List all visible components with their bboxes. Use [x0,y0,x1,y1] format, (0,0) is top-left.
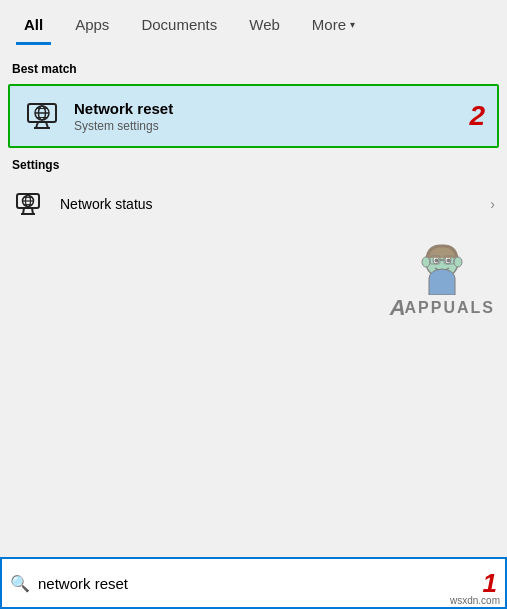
search-panel: All Apps Documents Web More ▾ Best match [0,0,507,609]
settings-label: Settings [0,152,507,176]
settings-item-title: Network status [60,196,490,212]
mascot-icon [417,240,467,295]
tab-all[interactable]: All [8,4,59,45]
best-match-item[interactable]: Network reset System settings 2 [8,84,499,148]
watermark-area: A APPUALS [0,232,507,329]
svg-point-20 [435,259,439,263]
network-status-icon [12,186,48,222]
tab-web[interactable]: Web [233,4,296,45]
network-globe-icon [22,96,62,136]
tab-documents[interactable]: Documents [125,4,233,45]
badge-2: 2 [469,100,485,132]
chevron-down-icon: ▾ [350,19,355,30]
appuals-logo-text: APPUALS [405,299,495,317]
tab-more[interactable]: More ▾ [296,4,371,45]
wsxdn-watermark: wsxdn.com [447,594,503,607]
appuals-logo-a: A [390,295,405,321]
best-match-title: Network reset [74,100,461,117]
nav-tabs: All Apps Documents Web More ▾ [0,0,507,48]
chevron-right-icon: › [490,196,495,212]
best-match-text: Network reset System settings [74,100,461,133]
content-area: Best match Network reset [0,48,507,557]
tab-apps[interactable]: Apps [59,4,125,45]
search-input[interactable] [38,575,475,592]
settings-item-network-status[interactable]: Network status › [0,176,507,232]
svg-point-23 [422,257,430,267]
svg-point-24 [454,257,462,267]
appuals-watermark: A APPUALS [390,240,495,321]
search-icon: 🔍 [10,574,30,593]
search-bar: 🔍 1 [0,557,507,609]
best-match-label: Best match [0,56,507,80]
svg-point-22 [447,259,451,263]
best-match-subtitle: System settings [74,119,461,133]
